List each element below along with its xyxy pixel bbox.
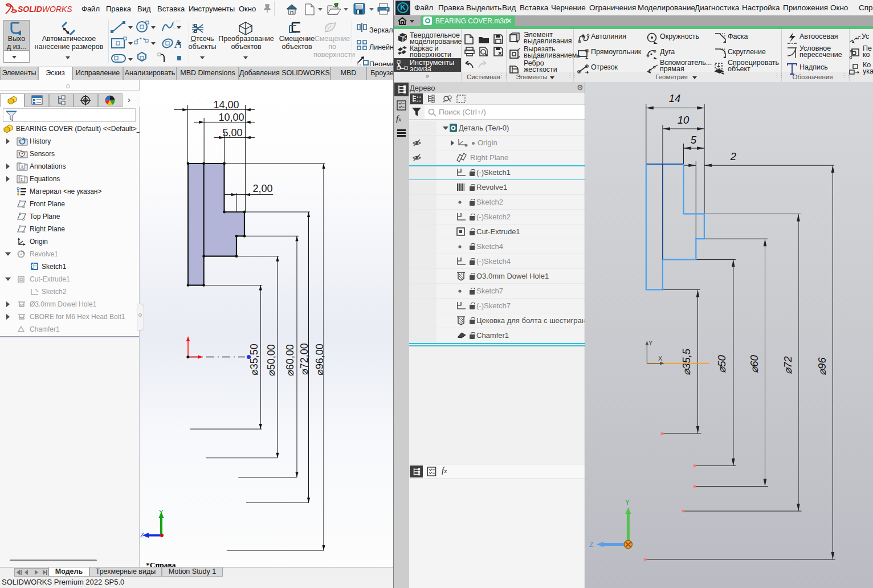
svg-text:⌀35,5: ⌀35,5 [680,348,692,375]
svg-text:Y: Y [159,509,164,516]
svg-text:14,00: 14,00 [213,99,239,111]
svg-text:2: 2 [730,150,737,162]
svg-text:A: A [21,164,25,170]
svg-text:Σ: Σ [21,177,23,182]
svg-text:⌀96,00: ⌀96,00 [314,344,325,375]
svg-text:Z: Z [140,532,144,538]
svg-text:10,00: 10,00 [218,112,244,123]
svg-text:*Справа: *Справа [146,561,176,567]
svg-text:A: A [174,36,181,51]
svg-text:⌀72: ⌀72 [782,356,794,374]
svg-text:X: X [658,355,663,362]
svg-text:1 11: 1 11 [417,95,421,99]
svg-text:Z: Z [589,541,593,549]
svg-text:⌀96: ⌀96 [816,357,828,375]
svg-text:⌀72,00: ⌀72,00 [299,343,310,375]
svg-text:14: 14 [669,92,681,104]
svg-text:10: 10 [678,114,690,126]
svg-text:Y: Y [625,499,630,507]
svg-text:⌀60: ⌀60 [748,355,760,373]
svg-text:5: 5 [691,134,697,146]
svg-text:⌀50,00: ⌀50,00 [266,344,277,376]
svg-text:⌀50: ⌀50 [716,355,728,373]
svg-text:5,00: 5,00 [222,127,242,138]
svg-text:2 12: 2 12 [417,99,421,103]
svg-text:2,00: 2,00 [252,183,272,194]
svg-text:⌀35,50: ⌀35,50 [248,344,260,375]
svg-text:Y: Y [648,340,653,346]
svg-text:⌀60,00: ⌀60,00 [284,344,296,376]
